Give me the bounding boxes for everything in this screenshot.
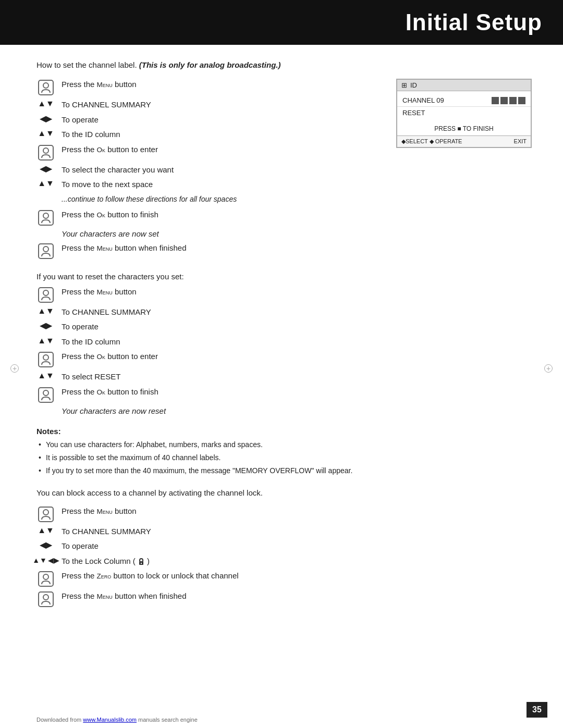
top-section: Press the Menu button ▲▼ To CHANNEL SUMM…: [36, 79, 532, 263]
italic-chars-reset: Your characters are now reset: [62, 406, 532, 415]
step-text-zero-button: Press the Zero button to lock or unlock …: [62, 570, 239, 582]
step-channel-summary-2: ▲▼ To CHANNEL SUMMARY: [36, 306, 532, 318]
svg-point-19: [43, 574, 48, 579]
notes-title: Notes:: [36, 427, 532, 436]
footer-text: Downloaded from www.Manualslib.com manua…: [36, 717, 198, 723]
instructions-column: Press the Menu button ▲▼ To CHANNEL SUMM…: [36, 79, 381, 263]
step-ok-enter-1: Press the Ok button to enter: [36, 144, 381, 161]
page-title: Initial Setup: [406, 9, 542, 35]
step-text-id-column: To the ID column: [62, 129, 120, 141]
arrow-updown-icon-2: ▲▼: [36, 129, 55, 138]
step-lock-channel-summary: ▲▼ To CHANNEL SUMMARY: [36, 526, 532, 538]
step-text-lock-column: To the Lock Column ( ): [62, 556, 150, 567]
svg-point-1: [43, 83, 48, 88]
tv-footer: ◆SELECT ◆ OPERATE EXIT: [397, 135, 531, 147]
step-lock-operate: ◀▶ To operate: [36, 540, 532, 552]
tv-channel-row: CHANNEL 09: [397, 94, 531, 107]
step-text-operate-1: To operate: [62, 114, 99, 126]
step-text-press-menu-2: Press the Menu button: [62, 286, 137, 298]
tv-footer-left: ◆SELECT ◆ OPERATE: [401, 138, 462, 145]
svg-point-9: [43, 290, 48, 295]
tv-screen-header: ⊞ ID: [397, 80, 531, 91]
menu-button-icon-7: [36, 387, 55, 403]
channel-box-2: [500, 97, 508, 104]
registration-mark-right: [544, 364, 553, 373]
tv-footer-right: EXIT: [514, 138, 527, 145]
channel-box-3: [509, 97, 517, 104]
lock-section: You can block access to a channel by act…: [36, 488, 532, 608]
arrow-updown-icon-1: ▲▼: [36, 100, 55, 108]
svg-point-13: [43, 390, 48, 396]
tv-channel-label: CHANNEL 09: [402, 96, 444, 104]
tv-screen-container: ⊞ ID CHANNEL 09 RESET: [396, 79, 532, 263]
step-press-menu-1: Press the Menu button: [36, 79, 381, 96]
step-zero-button: Press the Zero button to lock or unlock …: [36, 570, 532, 587]
step-text-select-reset: To select RESET: [62, 371, 120, 383]
arrow-leftright-icon-4: ◀▶: [36, 541, 55, 549]
step-ok-enter-2: Press the Ok button to enter: [36, 351, 532, 368]
step-operate-2: ◀▶ To operate: [36, 321, 532, 333]
arrow-updown-icon-5: ▲▼: [36, 337, 55, 345]
svg-point-15: [43, 510, 48, 515]
step-text-channel-summary-2: To CHANNEL SUMMARY: [62, 306, 151, 318]
arrow-ud-part: ▲▼: [32, 556, 47, 564]
step-ok-finish-1: Press the Ok button to finish: [36, 209, 381, 226]
step-lock-menu-finished: Press the Menu button when finished: [36, 590, 532, 608]
step-press-menu-2: Press the Menu button: [36, 286, 532, 303]
svg-point-5: [43, 213, 48, 218]
svg-point-17: [141, 563, 142, 564]
menu-button-icon-10: [36, 591, 55, 608]
menu-button-icon-3: [36, 209, 55, 226]
step-id-column-2: ▲▼ To the ID column: [36, 336, 532, 348]
svg-point-3: [43, 148, 48, 153]
arrow-updown-icon-4: ▲▼: [36, 307, 55, 315]
tv-screen: ⊞ ID CHANNEL 09 RESET: [396, 79, 532, 148]
tv-header-icon: ⊞: [401, 81, 407, 89]
tv-reset-row: RESET: [397, 107, 531, 119]
lock-icon: [138, 558, 145, 566]
arrow-lr-part: ◀▶: [48, 556, 59, 564]
step-text-ok-finish-2: Press the Ok button to finish: [62, 386, 158, 398]
step-text-select-char: To select the character you want: [62, 164, 174, 176]
step-channel-summary-1: ▲▼ To CHANNEL SUMMARY: [36, 99, 381, 111]
step-text-lock-menu: Press the Menu button: [62, 505, 137, 517]
step-operate-1: ◀▶ To operate: [36, 114, 381, 126]
italic-chars-set: Your characters are now set: [62, 229, 381, 238]
crosshair-icon: [13, 364, 17, 373]
intro-plain: How to set the channel label.: [36, 60, 137, 69]
intro-text: How to set the channel label. (This is o…: [36, 60, 532, 69]
page-header: Initial Setup: [0, 0, 563, 45]
step-text-lock-channel-summary: To CHANNEL SUMMARY: [62, 526, 151, 538]
arrow-updown-icon-7: ▲▼: [36, 526, 55, 535]
crosshair-icon-right: [546, 364, 550, 373]
tv-channel-boxes: [492, 97, 525, 104]
step-text-menu-finished-1: Press the Menu button when finished: [62, 242, 187, 254]
menu-button-icon-9: [36, 571, 55, 587]
step-lock-menu: Press the Menu button: [36, 505, 532, 523]
arrow-leftright-icon-1: ◀▶: [36, 115, 55, 123]
tv-screen-body: CHANNEL 09 RESET: [397, 91, 531, 122]
step-id-column: ▲▼ To the ID column: [36, 129, 381, 141]
menu-button-icon-8: [36, 506, 55, 523]
step-text-press-menu-1: Press the Menu button: [62, 79, 137, 91]
tv-press-finish-text: PRESS ■ TO FINISH: [434, 125, 494, 132]
arrow-updown-icon-3: ▲▼: [36, 179, 55, 188]
svg-point-21: [43, 595, 48, 600]
lock-intro: You can block access to a channel by act…: [36, 488, 532, 497]
notes-section: Notes: You can use characters for: Alpha…: [36, 427, 532, 477]
footer-link[interactable]: www.Manualslib.com: [83, 717, 137, 723]
channel-box-4: [518, 97, 525, 104]
section2-instructions: Press the Menu button ▲▼ To CHANNEL SUMM…: [36, 286, 532, 415]
step-text-lock-operate: To operate: [62, 540, 99, 552]
step-select-reset: ▲▼ To select RESET: [36, 371, 532, 383]
step-select-char: ◀▶ To select the character you want: [36, 164, 381, 176]
notes-list: You can use characters for: Alphabet, nu…: [36, 439, 532, 477]
step-text-ok-enter-2: Press the Ok button to enter: [62, 351, 158, 363]
main-content: How to set the channel label. (This is o…: [0, 60, 563, 632]
registration-mark-left: [10, 364, 19, 373]
step-menu-finished-1: Press the Menu button when finished: [36, 242, 381, 260]
arrow-leftright-icon-2: ◀▶: [36, 165, 55, 173]
intro-italic: (This is only for analog broadcasting.): [139, 60, 281, 69]
step-text-ok-finish-1: Press the Ok button to finish: [62, 209, 158, 221]
menu-button-icon-4: [36, 243, 55, 260]
